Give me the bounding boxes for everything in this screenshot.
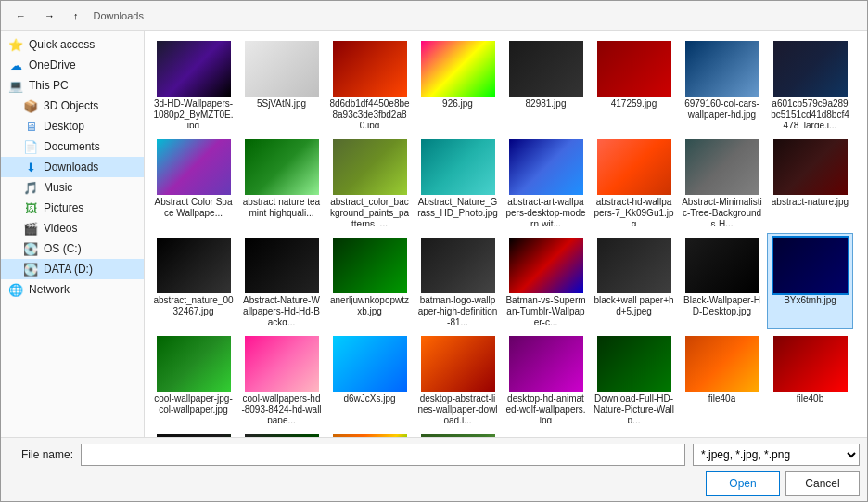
sidebar-item-data-d[interactable]: 💽DATA (D:)	[1, 259, 144, 279]
file-name: 8d6db1df4450e8be8a93c3de3fbd2a80.jpg	[329, 98, 410, 128]
file-item[interactable]: file40e	[326, 430, 413, 437]
open-button[interactable]: Open	[706, 471, 780, 496]
sidebar-label-videos: Videos	[44, 222, 77, 235]
file-item[interactable]: Abstract-Minimalistic-Tree-Backgrounds-H…	[679, 135, 765, 231]
filename-input[interactable]	[81, 444, 685, 466]
sidebar-label-quick-access: Quick access	[29, 38, 95, 51]
file-item[interactable]: black+wall paper+hd+5.jpeg	[591, 233, 677, 329]
file-thumbnail	[773, 336, 848, 392]
file-name: anerljuwnkopopwtzxb.jpg	[329, 295, 410, 317]
file-item[interactable]: file40d	[238, 430, 325, 437]
file-item[interactable]: abstract-nature.jpg	[767, 135, 853, 231]
back-button[interactable]: ←	[8, 8, 33, 23]
file-thumbnail	[157, 336, 231, 392]
up-button[interactable]: ↑	[66, 8, 86, 23]
sidebar-item-onedrive[interactable]: ☁OneDrive	[1, 55, 144, 75]
file-item[interactable]: cool-wallpapers-hd-8093-8424-hd-wallpape…	[238, 331, 325, 428]
file-name: batman-logo-wallpaper-high-definition-81…	[417, 295, 498, 325]
cancel-button[interactable]: Cancel	[785, 471, 860, 496]
file-item[interactable]: 3d-HD-Wallpapers-1080p2_ByMZT0E.jpg	[150, 36, 236, 133]
file-thumbnail	[685, 139, 760, 195]
file-thumbnail	[245, 139, 319, 195]
file-item[interactable]: abstract_nature_0032467.jpg	[150, 233, 236, 329]
file-thumbnail	[157, 139, 231, 195]
file-item[interactable]: Abstract-Nature-Wallpapers-Hd-Hd-Backg..…	[238, 233, 325, 329]
file-item[interactable]: 5SjVAtN.jpg	[238, 36, 325, 133]
file-name: 3d-HD-Wallpapers-1080p2_ByMZT0E.jpg	[153, 98, 234, 128]
file-area[interactable]: 3d-HD-Wallpapers-1080p2_ByMZT0E.jpg5SjVA…	[145, 31, 867, 437]
file-item[interactable]: 6979160-col-cars-wallpaper-hd.jpg	[679, 36, 765, 133]
file-thumbnail	[421, 336, 495, 392]
file-name: abstract_color_background_paints_pattern…	[329, 197, 410, 226]
file-item[interactable]: file40c	[150, 430, 236, 437]
sidebar-item-network[interactable]: 🌐Network	[1, 279, 144, 300]
file-name: Download-Full-HD-Nature-Picture-Wallp...	[594, 393, 674, 423]
file-thumbnail	[157, 41, 231, 97]
file-item[interactable]: desktop-hd-animated-wolf-wallpapers.jpg	[503, 331, 589, 428]
sidebar-item-documents[interactable]: 📄Documents	[1, 136, 144, 157]
file-thumbnail	[597, 41, 671, 97]
file-item[interactable]: desktop-abstract-lines-wallpaper-dowload…	[415, 331, 501, 428]
data-d-icon: 💽	[23, 262, 38, 277]
os-c-icon: 💽	[23, 241, 38, 256]
file-item[interactable]: cool-wallpaper-jpg-col-wallpaper.jpg	[150, 331, 236, 428]
file-item[interactable]: Abstract Color Space Wallpape...	[150, 135, 236, 231]
documents-icon: 📄	[23, 139, 38, 154]
file-name: abstract-art-wallpapers-desktop-modern-w…	[505, 197, 586, 226]
file-item[interactable]: file40f	[415, 430, 501, 437]
file-item[interactable]: Abstract_Nature_Grass_HD_Photo.jpg	[415, 135, 501, 231]
file-item[interactable]: BYx6tmh.jpg	[767, 233, 853, 329]
file-item[interactable]: file40b	[767, 331, 853, 428]
toolbar: ← → ↑ Downloads	[1, 1, 867, 31]
forward-button[interactable]: →	[37, 8, 62, 23]
file-thumbnail	[685, 41, 760, 97]
file-item[interactable]: 417259.jpg	[591, 36, 677, 133]
sidebar-item-quick-access[interactable]: ⭐Quick access	[1, 34, 144, 55]
file-name: black+wall paper+hd+5.jpeg	[594, 295, 674, 317]
sidebar-item-this-pc[interactable]: 💻This PC	[1, 75, 144, 96]
file-name: BYx6tmh.jpg	[784, 295, 836, 306]
file-item[interactable]: Black-Wallpaper-HD-Desktop.jpg	[679, 233, 765, 329]
sidebar-label-3d-objects: 3D Objects	[44, 99, 98, 112]
file-name: Batman-vs-Superman-Tumblr-Wallpaper-c...	[505, 295, 586, 325]
action-row: Open Cancel	[8, 471, 860, 496]
file-item[interactable]: 82981.jpg	[503, 36, 589, 133]
file-item[interactable]: Batman-vs-Superman-Tumblr-Wallpaper-c...	[503, 233, 589, 329]
sidebar-item-pictures[interactable]: 🖼Pictures	[1, 198, 144, 218]
file-name: Abstract_Nature_Grass_HD_Photo.jpg	[417, 197, 498, 219]
file-item[interactable]: abstract nature tea mint highquali...	[238, 135, 325, 231]
sidebar-item-downloads[interactable]: ⬇Downloads	[1, 157, 144, 177]
filetype-select[interactable]: *.jpeg, *.jpg, *.pngAll Files (*.*)	[693, 444, 860, 466]
file-thumbnail	[333, 238, 407, 293]
file-item[interactable]: 8d6db1df4450e8be8a93c3de3fbd2a80.jpg	[326, 36, 413, 133]
sidebar-item-desktop[interactable]: 🖥Desktop	[1, 116, 144, 136]
open-file-dialog: ← → ↑ Downloads ⭐Quick access☁OneDrive💻T…	[0, 0, 868, 502]
sidebar-label-music: Music	[44, 181, 72, 194]
file-name: Abstract-Minimalistic-Tree-Backgrounds-H…	[682, 197, 762, 226]
file-item[interactable]: abstract_color_background_paints_pattern…	[326, 135, 413, 231]
file-item[interactable]: anerljuwnkopopwtzxb.jpg	[326, 233, 413, 329]
file-name: file40a	[708, 393, 735, 405]
file-name: abstract_nature_0032467.jpg	[153, 295, 234, 317]
file-item[interactable]: Download-Full-HD-Nature-Picture-Wallp...	[591, 331, 677, 428]
file-item[interactable]: 926.jpg	[415, 36, 501, 133]
sidebar-item-3d-objects[interactable]: 📦3D Objects	[1, 96, 144, 116]
file-item[interactable]: abstract-art-wallpapers-desktop-modern-w…	[503, 135, 589, 231]
file-item[interactable]: d6wJcXs.jpg	[326, 331, 413, 428]
file-thumbnail	[773, 139, 848, 195]
sidebar-item-music[interactable]: 🎵Music	[1, 177, 144, 198]
sidebar-item-videos[interactable]: 🎬Videos	[1, 218, 144, 238]
music-icon: 🎵	[23, 180, 38, 195]
network-icon: 🌐	[8, 282, 23, 297]
bottom-bar: File name: *.jpeg, *.jpg, *.pngAll Files…	[1, 437, 867, 501]
3d-objects-icon: 📦	[23, 98, 38, 113]
onedrive-icon: ☁	[8, 58, 23, 72]
file-thumbnail	[245, 41, 319, 97]
file-item[interactable]: a601cb579c9a289bc5151cd41d8bcf4478_large…	[767, 36, 853, 133]
file-item[interactable]: abstract-hd-wallpapers-7_Kk09Gu1.jpg	[591, 135, 677, 231]
file-item[interactable]: file40a	[679, 331, 765, 428]
file-item[interactable]: batman-logo-wallpaper-high-definition-81…	[415, 233, 501, 329]
desktop-icon: 🖥	[23, 119, 38, 134]
file-thumbnail	[245, 238, 319, 293]
sidebar-item-os-c[interactable]: 💽OS (C:)	[1, 238, 144, 259]
